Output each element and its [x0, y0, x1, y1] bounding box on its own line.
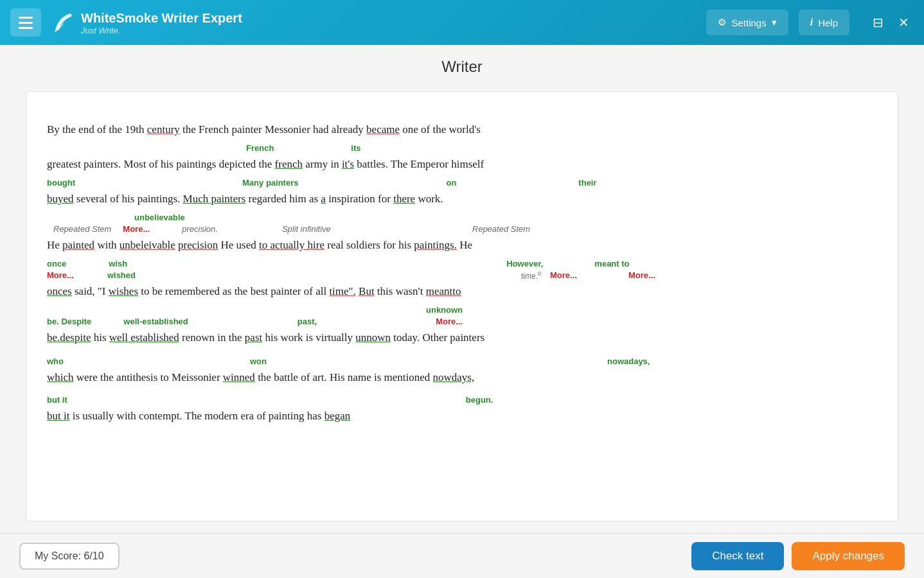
sugg-who: who	[47, 356, 64, 367]
sugg-nowadays: nowadays,	[607, 356, 650, 367]
word-to-actually-hire: to actually hire	[259, 239, 324, 251]
help-button[interactable]: i Help	[799, 10, 849, 35]
sugg-bought: bought	[47, 178, 75, 188]
logo-text: WhiteSmoke Writer Expert Just Write.	[81, 10, 242, 35]
main-content: Writer By the end of the 19th century th…	[0, 45, 924, 533]
logo-area: WhiteSmoke Writer Expert Just Write.	[51, 10, 242, 35]
info-icon: i	[810, 17, 813, 28]
suggestions-line-1	[47, 107, 877, 119]
text-content-1: By the end of the 19th century the Frenc…	[47, 119, 877, 141]
settings-button[interactable]: ⚙ Settings ▾	[706, 10, 788, 35]
word-much-painters: Much painters	[183, 193, 246, 205]
suggestions-line-7b: who won nowadays,	[47, 355, 877, 367]
text-content-3: buyed several of his paintings. Much pai…	[47, 188, 877, 210]
suggestions-line-4b: Repeated Stem More... precision. Split i…	[47, 223, 877, 234]
word-past: past	[245, 331, 262, 344]
word-century: century	[147, 123, 180, 136]
sugg-past-comma: past,	[298, 317, 317, 327]
logo-icon	[51, 11, 75, 34]
sugg-wished: wished	[107, 270, 136, 281]
word-nowdays: nowdays,	[433, 371, 475, 383]
text-line-6: unknown be. Despite well-established pas…	[47, 304, 877, 349]
bottom-bar: My Score: 6/10 Check text Apply changes	[0, 533, 924, 578]
text-content-8: but it is usually with contempt. The mod…	[47, 405, 877, 427]
word-buyed: buyed	[47, 193, 74, 205]
editor-area[interactable]: By the end of the 19th century the Frenc…	[26, 91, 898, 521]
text-line-4: unbelievable Repeated Stem More... preci…	[47, 211, 877, 256]
help-label: Help	[818, 17, 838, 28]
close-icon: ✕	[898, 15, 909, 30]
word-became: became	[366, 123, 400, 136]
word-wishes: wishes	[109, 285, 138, 297]
label-time-dot: time.0	[521, 270, 541, 281]
sugg-more4: More...	[628, 270, 655, 281]
word-time-quote: time".	[329, 285, 355, 297]
text-line-7: who won nowadays, which were the antithe…	[47, 350, 877, 389]
window-controls: ⊟ ✕	[867, 12, 914, 33]
gear-icon: ⚙	[718, 17, 726, 28]
word-onces: onces	[47, 285, 72, 297]
sugg-begun: begun.	[466, 395, 493, 405]
label-split-inf: Split infinitive	[282, 224, 331, 234]
sugg-more2: More...	[47, 270, 74, 281]
app-title: WhiteSmoke Writer Expert	[81, 10, 242, 26]
menu-icon-line3	[19, 27, 33, 29]
sugg-many-painters: Many painters	[242, 178, 298, 188]
text-line-5: once wish However, meant to More... wish…	[47, 258, 877, 302]
check-text-button[interactable]: Check text	[691, 542, 784, 570]
sugg-its: its	[351, 143, 360, 153]
suggestions-line-2: French its	[47, 142, 877, 153]
text-content-2: greatest painters. Most of his paintings…	[47, 153, 877, 175]
menu-icon-line1	[19, 17, 33, 19]
suggestions-line-6: unknown	[47, 304, 877, 315]
sugg-but-it: but it	[47, 395, 67, 405]
word-winned: winned	[223, 371, 255, 383]
text-content-4: He painted with unbeleivable precision H…	[47, 234, 877, 256]
suggestions-line-5: once wish However, meant to	[47, 258, 877, 269]
word-well-established: well established	[109, 331, 179, 344]
sugg-won: won	[250, 356, 267, 367]
word-but: But	[359, 285, 375, 297]
text-line-8: but it begun. but it is usually with con…	[47, 390, 877, 427]
sugg-french: French	[246, 143, 274, 153]
word-its: it's	[342, 158, 354, 170]
sugg-however: However,	[506, 259, 543, 269]
sugg-unknown: unknown	[426, 305, 463, 315]
suggestions-line-7	[47, 350, 877, 355]
settings-label: Settings	[731, 17, 766, 28]
sugg-wish: wish	[109, 259, 127, 269]
page-title: Writer	[26, 58, 898, 76]
sugg-unbelievable: unbelievable	[134, 213, 185, 223]
text-content-5: onces said, "I wishes to be remembered a…	[47, 281, 877, 302]
text-line-2: French its greatest painters. Most of hi…	[47, 142, 877, 175]
sugg-well-established: well-established	[123, 317, 188, 327]
label-precision: precision.	[182, 224, 218, 234]
label-repeated-stem2: Repeated Stem	[472, 224, 530, 234]
word-paintings-period: paintings.	[414, 239, 457, 251]
minimize-button[interactable]: ⊟	[867, 12, 888, 33]
suggestions-line-8b: but it begun.	[47, 394, 877, 405]
word-there: there	[393, 193, 415, 205]
apply-changes-button[interactable]: Apply changes	[792, 542, 905, 570]
text-content-7: which were the antithesis to Meissonier …	[47, 367, 877, 389]
text-line-3: bought Many painters on their buyed seve…	[47, 177, 877, 210]
sugg-more3: More...	[550, 270, 577, 281]
titlebar: WhiteSmoke Writer Expert Just Write. ⚙ S…	[0, 0, 924, 45]
app-subtitle: Just Write.	[81, 26, 242, 35]
menu-icon-line2	[19, 22, 33, 24]
word-precision: precision	[178, 239, 218, 251]
word-which: which	[47, 371, 74, 383]
settings-arrow-icon: ▾	[772, 17, 777, 28]
sugg-their: their	[578, 178, 596, 188]
sugg-more5: More...	[436, 317, 463, 327]
word-meantto: meantto	[426, 285, 461, 297]
word-a: a	[321, 193, 326, 205]
word-but-it: but it	[47, 410, 69, 422]
word-unnown: unnown	[355, 331, 391, 344]
minimize-icon: ⊟	[873, 15, 884, 30]
suggestions-line-4a: unbelievable	[47, 211, 877, 223]
label-repeated-stem: Repeated Stem	[53, 224, 111, 234]
close-button[interactable]: ✕	[893, 12, 914, 33]
word-bedespite: be.despite	[47, 331, 91, 344]
menu-button[interactable]	[10, 8, 41, 37]
